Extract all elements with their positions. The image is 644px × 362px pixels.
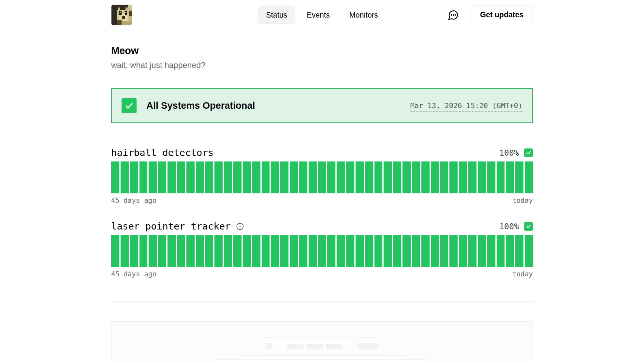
uptime-bar-day[interactable]	[525, 161, 533, 193]
uptime-bar-day[interactable]	[271, 161, 279, 193]
uptime-bar-day[interactable]	[177, 235, 185, 267]
uptime-bar-day[interactable]	[168, 235, 176, 267]
tab-monitors[interactable]: Monitors	[341, 6, 386, 23]
uptime-bar-day[interactable]	[515, 161, 523, 193]
uptime-bar-day[interactable]	[280, 161, 288, 193]
uptime-bar-day[interactable]	[393, 235, 401, 267]
uptime-bar-day[interactable]	[421, 161, 430, 193]
uptime-bar-day[interactable]	[468, 161, 476, 193]
status-timestamp[interactable]: Mar 13, 2026 15:20 (GMT+0)	[410, 102, 522, 110]
uptime-bar-day[interactable]	[346, 235, 354, 267]
uptime-bar-day[interactable]	[318, 235, 326, 267]
uptime-bar-day[interactable]	[402, 235, 411, 267]
uptime-bar-day[interactable]	[186, 161, 195, 193]
uptime-bar-day[interactable]	[224, 161, 232, 193]
uptime-bar-day[interactable]	[459, 235, 467, 267]
tab-events[interactable]: Events	[299, 6, 338, 23]
uptime-bar-day[interactable]	[299, 235, 307, 267]
uptime-bar-day[interactable]	[449, 235, 458, 267]
uptime-bar-day[interactable]	[139, 161, 148, 193]
uptime-bar-day[interactable]	[402, 161, 411, 193]
uptime-bar-day[interactable]	[111, 235, 119, 267]
uptime-bar-day[interactable]	[412, 161, 420, 193]
uptime-bar-day[interactable]	[327, 161, 335, 193]
uptime-bar-day[interactable]	[121, 161, 129, 193]
uptime-bar-day[interactable]	[440, 161, 448, 193]
uptime-bar-day[interactable]	[393, 161, 401, 193]
uptime-bar-day[interactable]	[478, 235, 486, 267]
uptime-bar-day[interactable]	[374, 161, 383, 193]
uptime-bar-day[interactable]	[299, 161, 307, 193]
uptime-bar-day[interactable]	[356, 235, 364, 267]
uptime-bar-day[interactable]	[346, 161, 354, 193]
uptime-bar-day[interactable]	[497, 161, 505, 193]
uptime-bar-day[interactable]	[384, 161, 392, 193]
uptime-bar-day[interactable]	[158, 235, 166, 267]
uptime-bar-day[interactable]	[205, 235, 213, 267]
uptime-bar-day[interactable]	[139, 235, 148, 267]
uptime-bar-day[interactable]	[515, 235, 523, 267]
uptime-bar-day[interactable]	[214, 235, 223, 267]
uptime-bar-day[interactable]	[337, 235, 345, 267]
uptime-bar-day[interactable]	[290, 161, 298, 193]
uptime-bar-day[interactable]	[525, 235, 533, 267]
monitor-info-button[interactable]	[236, 222, 244, 230]
uptime-bar-day[interactable]	[309, 235, 317, 267]
uptime-bar-day[interactable]	[356, 161, 364, 193]
uptime-bar-day[interactable]	[487, 235, 495, 267]
uptime-bar-day[interactable]	[243, 161, 251, 193]
uptime-bar-day[interactable]	[130, 235, 138, 267]
uptime-bar-day[interactable]	[431, 235, 439, 267]
faded-preview-card	[111, 321, 533, 362]
uptime-bar-day[interactable]	[309, 161, 317, 193]
uptime-bar-day[interactable]	[243, 235, 251, 267]
uptime-bar-day[interactable]	[337, 161, 345, 193]
uptime-bar-day[interactable]	[262, 235, 270, 267]
uptime-bar-day[interactable]	[440, 235, 448, 267]
uptime-bar-day[interactable]	[327, 235, 335, 267]
feedback-chat-button[interactable]	[448, 9, 459, 21]
uptime-bar-day[interactable]	[421, 235, 430, 267]
logo-cat-image[interactable]	[111, 5, 132, 25]
uptime-bar-day[interactable]	[318, 161, 326, 193]
uptime-bar-day[interactable]	[365, 161, 373, 193]
uptime-bar-day[interactable]	[384, 235, 392, 267]
uptime-bar-day[interactable]	[196, 235, 204, 267]
uptime-bar-day[interactable]	[130, 161, 138, 193]
uptime-bar-day[interactable]	[290, 235, 298, 267]
uptime-bar-day[interactable]	[158, 161, 166, 193]
uptime-bar-day[interactable]	[233, 161, 242, 193]
uptime-bar-day[interactable]	[487, 161, 495, 193]
uptime-bar-day[interactable]	[205, 161, 213, 193]
uptime-bar-day[interactable]	[449, 161, 458, 193]
uptime-bar-day[interactable]	[252, 161, 260, 193]
uptime-bar-day[interactable]	[224, 235, 232, 267]
uptime-bar-day[interactable]	[459, 161, 467, 193]
uptime-bar-day[interactable]	[149, 235, 157, 267]
uptime-bar-day[interactable]	[431, 161, 439, 193]
uptime-bar-day[interactable]	[468, 235, 476, 267]
uptime-bar-day[interactable]	[506, 161, 514, 193]
uptime-bar-day[interactable]	[252, 235, 260, 267]
uptime-bar-day[interactable]	[506, 235, 514, 267]
uptime-bar-day[interactable]	[262, 161, 270, 193]
uptime-bar-day[interactable]	[412, 235, 420, 267]
uptime-bar-day[interactable]	[478, 161, 486, 193]
uptime-bar-day[interactable]	[374, 235, 383, 267]
uptime-bar-day[interactable]	[177, 161, 185, 193]
uptime-bar-day[interactable]	[365, 235, 373, 267]
uptime-bar-day[interactable]	[233, 235, 242, 267]
uptime-bar-day[interactable]	[196, 161, 204, 193]
uptime-bar-day[interactable]	[271, 235, 279, 267]
get-updates-button[interactable]: Get updates	[471, 6, 533, 24]
uptime-bar-day[interactable]	[214, 161, 223, 193]
uptime-bar-day[interactable]	[168, 161, 176, 193]
uptime-bar-day[interactable]	[149, 161, 157, 193]
uptime-bar-day[interactable]	[497, 235, 505, 267]
uptime-bar-day[interactable]	[186, 235, 195, 267]
uptime-bar-day[interactable]	[121, 235, 129, 267]
tab-status[interactable]: Status	[258, 6, 295, 23]
uptime-bar-day[interactable]	[280, 235, 288, 267]
uptime-bar-day[interactable]	[111, 161, 119, 193]
range-end-label: today	[512, 270, 533, 278]
